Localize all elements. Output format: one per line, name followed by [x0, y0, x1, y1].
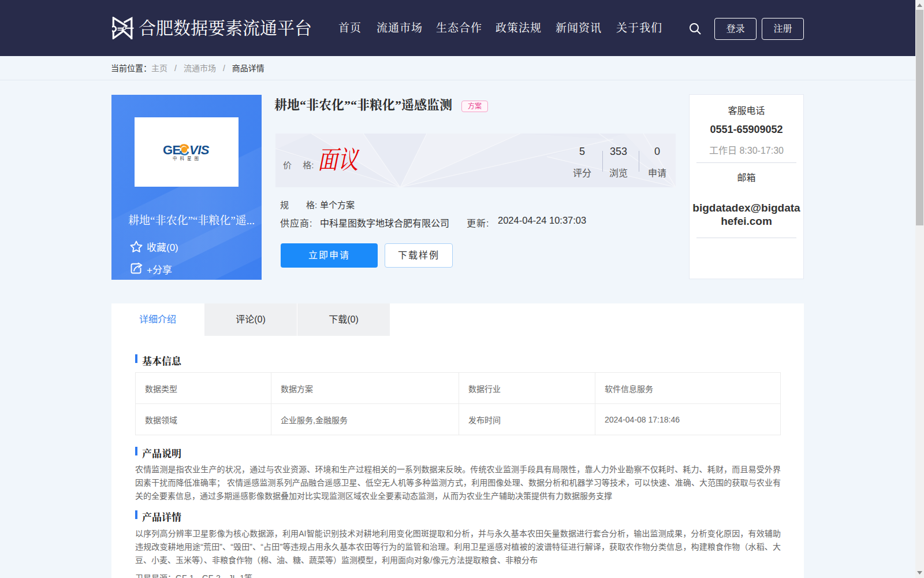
svg-text:中科星图: 中科星图 [173, 155, 202, 161]
svg-text:VIS: VIS [189, 143, 210, 157]
svg-text:GE: GE [163, 143, 181, 157]
